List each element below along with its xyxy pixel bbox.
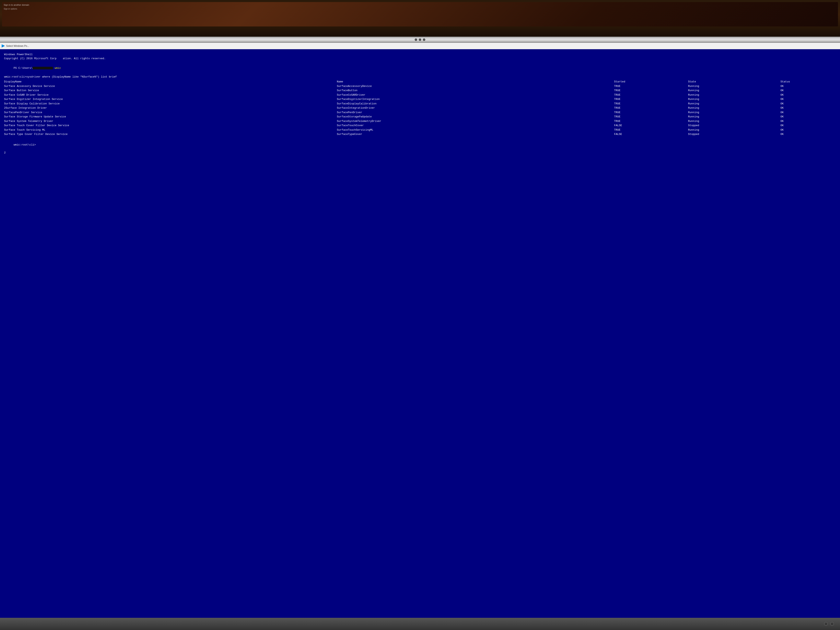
cell-name: SurfaceSystemTelemetryDriver [337, 119, 614, 123]
cell-name: SurfaceDisplayCalibration [337, 101, 614, 106]
ps-prompt-wmic: PS C:\Users\ wmic [4, 62, 836, 74]
cell-status: OK [780, 93, 836, 97]
cell-name: SurfaceTypeCover [337, 132, 614, 137]
cell-status: OK [780, 115, 836, 119]
bezel-dot-1 [415, 38, 417, 41]
laptop-hinge [0, 36, 840, 43]
device-bottom-frame [0, 618, 840, 630]
device-top-bezel: Sign in to another domain Sign-in option… [0, 0, 840, 36]
table-row: Surface Type Cover Filter Device Service… [4, 132, 836, 137]
cell-started: TRUE [614, 115, 688, 119]
screen-content: Select Windows Po... Windows PowerShell … [0, 43, 840, 618]
cell-status: OK [780, 132, 836, 137]
col-header-state: State [688, 80, 780, 84]
ps-results-table: DisplayName Name Started State Status Su… [4, 80, 836, 137]
cell-displayname: Surface Touch Servicing ML [4, 128, 337, 132]
cell-name: SurfaceAccessoryDevice [337, 84, 614, 88]
cell-state: Stopped [688, 132, 780, 137]
cell-status: OK [780, 106, 836, 110]
table-row: Surface Accessory Device Service Surface… [4, 84, 836, 88]
table-row: Surface Button Service SurfaceButton TRU… [4, 88, 836, 93]
col-header-name: Name [337, 80, 614, 84]
cell-displayname: Surface CoSAR Driver Service [4, 93, 337, 97]
table-header-row: DisplayName Name Started State Status [4, 80, 836, 84]
cell-displayname: Surface Storage Firmware Update Service [4, 115, 337, 119]
cell-name: SurfaceTouchCover [337, 123, 614, 128]
cell-started: TRUE [614, 119, 688, 123]
ps-header-line2: Copyright (C) 2016 Microsoft Corp ation.… [4, 57, 836, 61]
cell-status: OK [780, 84, 836, 88]
cell-name: SurfaceCoSARDriver [337, 93, 614, 97]
window-title: Select Windows Po... [6, 44, 29, 47]
cell-state: Running [688, 115, 780, 119]
cell-displayname: Surface Digitizer Integration Service [4, 97, 337, 101]
cell-state: Running [688, 84, 780, 88]
cell-status: OK [780, 119, 836, 123]
redacted-username [33, 67, 53, 69]
cell-started: TRUE [614, 110, 688, 115]
sign-in-domain-text: Sign in to another domain [4, 4, 29, 6]
cell-started: FALSE [614, 132, 688, 137]
cell-displayname: Surface Accessory Device Service [4, 84, 337, 88]
col-header-status: Status [780, 80, 836, 84]
cell-name: SurfaceIntegrationDriver [337, 106, 614, 110]
table-row: Surface Touch Cover Filter Device Servic… [4, 123, 836, 128]
table-row: 2Surface Integration Driver SurfaceInteg… [4, 106, 836, 110]
cell-status: OK [780, 110, 836, 115]
ps-cursor-line: 2 [4, 151, 836, 155]
ps-wmic-cmd: wmic [53, 66, 61, 69]
cell-status: OK [780, 123, 836, 128]
col-header-displayname: DisplayName [4, 80, 337, 84]
sign-in-options-text: Sign-in options [4, 8, 17, 10]
cell-started: TRUE [614, 84, 688, 88]
cell-status: OK [780, 128, 836, 132]
bezel-dots-decoration [415, 38, 425, 41]
cell-displayname: Surface System Telemetry Driver [4, 119, 337, 123]
cell-displayname: SurfacePenDriver Service [4, 110, 337, 115]
cell-state: Running [688, 128, 780, 132]
cell-displayname: Surface Type Cover Filter Device Service [4, 132, 337, 137]
cell-state: Running [688, 119, 780, 123]
cell-state: Running [688, 97, 780, 101]
ps-query-line: wmic:root\cli>sysdriver where (DisplayNa… [4, 75, 836, 79]
cell-started: TRUE [614, 97, 688, 101]
cell-state: Running [688, 101, 780, 106]
camera-dot-1 [824, 622, 828, 626]
powershell-icon [2, 44, 5, 47]
powershell-terminal[interactable]: Windows PowerShell Copyright (C) 2016 Mi… [0, 49, 840, 618]
cell-state: Running [688, 93, 780, 97]
cell-displayname: Surface Button Service [4, 88, 337, 93]
table-row: Surface Digitizer Integration Service Su… [4, 97, 836, 101]
cell-status: OK [780, 101, 836, 106]
cell-status: OK [780, 88, 836, 93]
table-row: Surface Display Calibration Service Surf… [4, 101, 836, 106]
window-titlebar: Select Windows Po... [0, 43, 840, 49]
ps-header: Windows PowerShell Copyright (C) 2016 Mi… [4, 52, 836, 60]
cell-started: TRUE [614, 93, 688, 97]
col-header-started: Started [614, 80, 688, 84]
cell-state: Stopped [688, 123, 780, 128]
table-row: Surface Storage Firmware Update Service … [4, 115, 836, 119]
cell-state: Running [688, 88, 780, 93]
cell-started: FALSE [614, 123, 688, 128]
table-row: Surface Touch Servicing ML SurfaceTouchS… [4, 128, 836, 132]
cell-state: Running [688, 106, 780, 110]
bezel-dot-3 [423, 38, 425, 41]
cell-name: SurfacePenDriver [337, 110, 614, 115]
cell-started: TRUE [614, 101, 688, 106]
cell-displayname: Surface Display Calibration Service [4, 101, 337, 106]
cell-status: OK [780, 97, 836, 101]
ps-header-line1: Windows PowerShell [4, 52, 836, 57]
cell-name: SurfaceTouchServicingML [337, 128, 614, 132]
bezel-dot-2 [419, 38, 421, 41]
table-row: Surface System Telemetry Driver SurfaceS… [4, 119, 836, 123]
table-row: SurfacePenDriver Service SurfacePenDrive… [4, 110, 836, 115]
cell-started: TRUE [614, 128, 688, 132]
cell-started: TRUE [614, 106, 688, 110]
ps-final-prompt: wmic:root\cli> [4, 139, 836, 151]
table-row: Surface CoSAR Driver Service SurfaceCoSA… [4, 93, 836, 97]
cell-name: SurfaceDigitizerIntegration [337, 97, 614, 101]
cell-name: SurfaceButton [337, 88, 614, 93]
cell-displayname: Surface Touch Cover Filter Device Servic… [4, 123, 337, 128]
cell-name: SurfaceStorageFwUpdate [337, 115, 614, 119]
